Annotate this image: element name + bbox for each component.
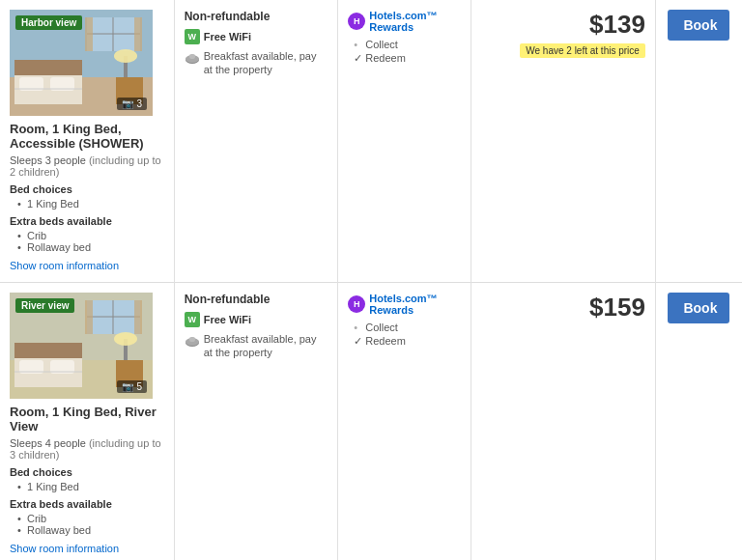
camera-icon: 📷 — [122, 381, 133, 392]
book-button[interactable]: Book — [668, 10, 729, 41]
extra-item: Rollaway bed — [17, 241, 164, 253]
breakfast-row: Breakfast available, pay at the property — [185, 332, 328, 360]
extra-list: CribRollaway bed — [10, 513, 164, 536]
svg-rect-5 — [85, 17, 93, 51]
extra-item: Crib — [17, 230, 164, 241]
rewards-header: H Hotels.com™ Rewards — [348, 293, 461, 316]
room-image-wrapper[interactable]: Harbor view — [10, 10, 153, 116]
extra-item: Crib — [17, 513, 164, 524]
room-list: Harbor view — [0, 0, 742, 560]
price-cell: $159 — [471, 283, 656, 561]
photo-count: 📷 5 — [117, 380, 147, 393]
book-cell: Book — [655, 0, 742, 283]
policy-cell: Non-refundable W Free WiFi Breakfast ava… — [174, 0, 338, 283]
svg-rect-23 — [85, 300, 93, 334]
wifi-row: W Free WiFi — [185, 312, 328, 327]
reward-item: Redeem — [352, 52, 461, 64]
photo-count: 📷 3 — [117, 98, 147, 110]
price-value: $159 — [481, 293, 645, 322]
reward-item: Collect — [352, 322, 461, 333]
wifi-icon: W — [185, 312, 200, 327]
photo-number: 3 — [136, 98, 142, 109]
breakfast-text: Breakfast available, pay at the property — [204, 49, 328, 77]
rewards-list: CollectRedeem — [348, 39, 461, 64]
book-button[interactable]: Book — [668, 293, 729, 323]
extra-section-label: Extra beds available — [10, 215, 164, 227]
price-badge: We have 2 left at this price — [520, 43, 645, 58]
rewards-logo: H — [348, 13, 365, 30]
svg-point-31 — [114, 332, 137, 346]
extra-section-label: Extra beds available — [10, 498, 164, 510]
bed-list: 1 King Bed — [10, 198, 164, 210]
room-info-cell: Harbor view — [0, 0, 174, 283]
wifi-label: Free WiFi — [204, 314, 251, 325]
show-room-link[interactable]: Show room information — [10, 260, 119, 271]
wifi-row: W Free WiFi — [185, 29, 328, 44]
breakfast-icon — [185, 333, 200, 349]
room-image-wrapper[interactable]: River view — [10, 293, 153, 399]
reward-item: Collect — [352, 39, 461, 50]
svg-rect-6 — [134, 17, 142, 51]
book-cell: Book — [655, 283, 742, 561]
extra-list: CribRollaway bed — [10, 230, 164, 253]
wifi-label: Free WiFi — [204, 31, 251, 42]
svg-rect-7 — [14, 60, 82, 77]
table-row: Harbor view — [0, 0, 742, 283]
bed-section-label: Bed choices — [10, 466, 164, 478]
policy-title: Non-refundable — [185, 293, 328, 306]
svg-point-13 — [114, 49, 137, 63]
price-cell: $139 We have 2 left at this price — [471, 0, 656, 283]
breakfast-row: Breakfast available, pay at the property — [185, 49, 328, 77]
policy-cell: Non-refundable W Free WiFi Breakfast ava… — [174, 283, 338, 561]
wifi-icon: W — [185, 29, 200, 44]
room-title: Room, 1 King Bed, Accessible (SHOWER) — [10, 122, 164, 151]
room-title: Room, 1 King Bed, River View — [10, 405, 164, 434]
show-room-link[interactable]: Show room information — [10, 543, 119, 554]
svg-rect-17 — [189, 54, 195, 59]
reward-item: Redeem — [352, 335, 461, 347]
svg-rect-35 — [189, 337, 195, 342]
room-sleeps: Sleeps 4 people (including up to 3 child… — [10, 437, 164, 461]
breakfast-icon — [185, 50, 200, 66]
rewards-list: CollectRedeem — [348, 322, 461, 347]
svg-rect-24 — [134, 300, 142, 334]
photo-number: 5 — [136, 381, 142, 392]
bed-section-label: Bed choices — [10, 183, 164, 195]
camera-icon: 📷 — [122, 98, 133, 109]
bed-list: 1 King Bed — [10, 481, 164, 492]
sleeps-detail: (including up to 3 children) — [10, 437, 161, 461]
svg-rect-25 — [14, 343, 82, 360]
policy-title: Non-refundable — [185, 10, 328, 23]
rewards-title: Hotels.com™ Rewards — [369, 10, 461, 33]
bed-item: 1 King Bed — [17, 198, 164, 210]
rewards-title: Hotels.com™ Rewards — [369, 293, 461, 316]
room-view-badge: Harbor view — [15, 15, 82, 30]
price-value: $139 — [481, 10, 645, 40]
table-row: River view — [0, 283, 742, 561]
room-info-cell: River view — [0, 283, 174, 561]
bed-item: 1 King Bed — [17, 481, 164, 492]
rewards-cell: H Hotels.com™ Rewards CollectRedeem — [338, 283, 471, 561]
breakfast-text: Breakfast available, pay at the property — [204, 332, 328, 360]
room-sleeps: Sleeps 3 people (including up to 2 child… — [10, 154, 164, 178]
extra-item: Rollaway bed — [17, 524, 164, 536]
sleeps-detail: (including up to 2 children) — [10, 154, 161, 178]
rewards-header: H Hotels.com™ Rewards — [348, 10, 461, 33]
rewards-cell: H Hotels.com™ Rewards CollectRedeem — [338, 0, 471, 283]
room-view-badge: River view — [15, 298, 74, 313]
rewards-logo: H — [348, 295, 365, 313]
